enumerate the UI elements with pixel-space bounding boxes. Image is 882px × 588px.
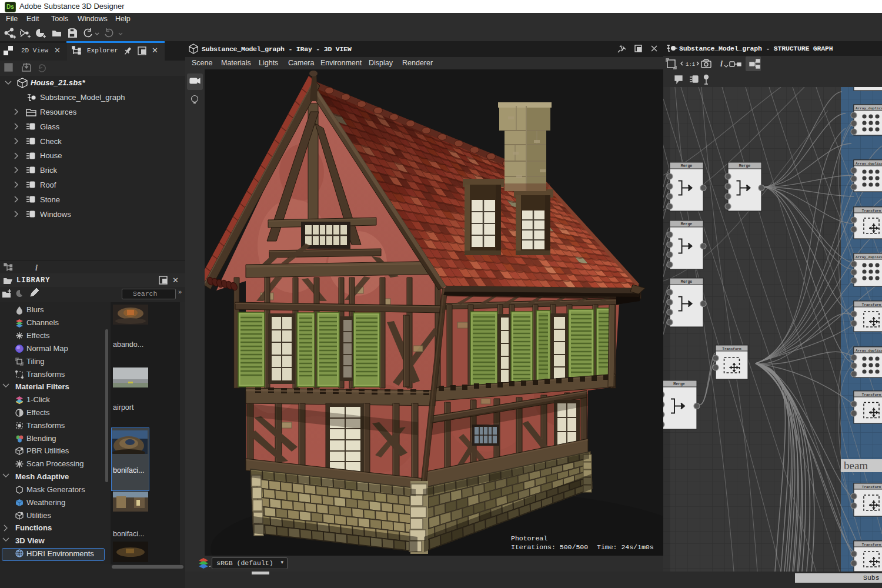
svg-text:beam: beam [844,459,868,472]
svg-text:Transform: Transform [862,543,881,547]
svg-text:Merge: Merge [681,164,693,168]
svg-text:Transform: Transform [862,303,881,307]
svg-text:i: i [35,263,38,272]
svg-text:Merge: Merge [739,164,751,168]
svg-text:i: i [720,59,723,68]
svg-text:Transform: Transform [862,209,881,213]
svg-text:Array_duplicate: Array_duplicate [856,162,882,166]
svg-text:Array_duplicate: Array_duplicate [856,255,882,259]
svg-text:Merge: Merge [673,382,685,386]
svg-text:1:1: 1:1 [686,62,695,68]
svg-text:Merge: Merge [681,222,693,226]
svg-text:Merge: Merge [681,280,693,284]
svg-text:Transform: Transform [722,347,741,351]
svg-text:Transform: Transform [862,485,881,489]
svg-text:Transform: Transform [862,393,881,397]
svg-text:Array_duplicate: Array_duplicate [856,349,882,353]
svg-text:Array_duplicate: Array_duplicate [856,106,882,111]
